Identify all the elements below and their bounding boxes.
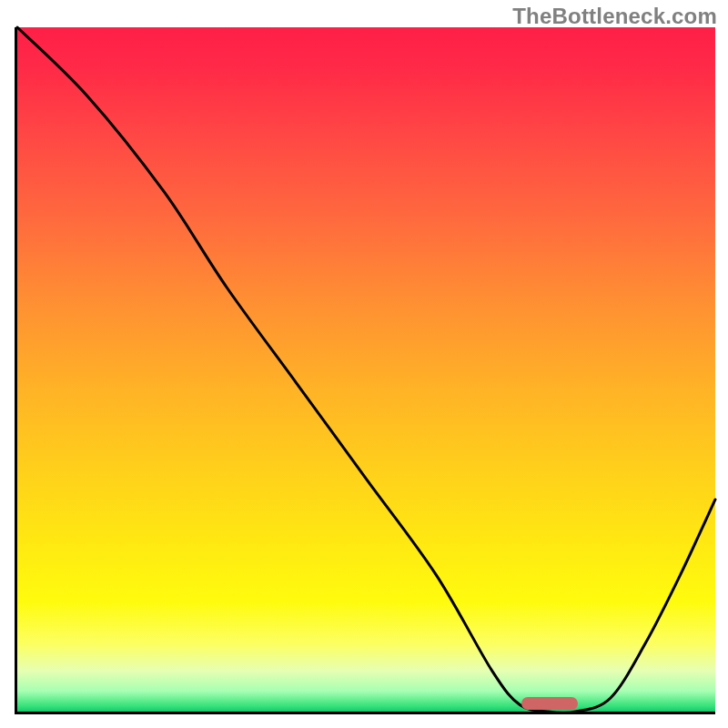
watermark-text: TheBottleneck.com: [512, 4, 717, 29]
bottleneck-curve: [17, 27, 715, 712]
optimal-range-marker: [521, 697, 578, 710]
chart-axes-frame: [15, 27, 715, 714]
